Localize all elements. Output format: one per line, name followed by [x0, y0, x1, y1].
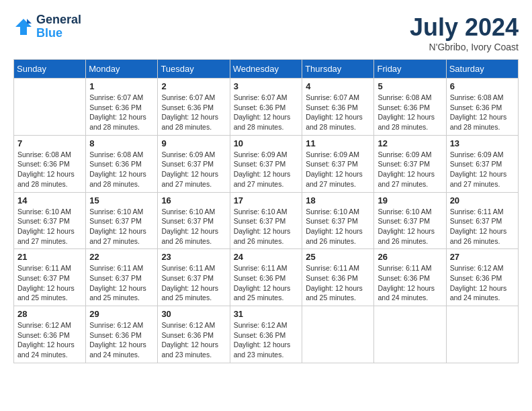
day-info: Sunrise: 6:08 AM Sunset: 6:36 PM Dayligh… — [89, 150, 154, 189]
calendar-cell: 7Sunrise: 6:08 AM Sunset: 6:36 PM Daylig… — [14, 135, 86, 192]
day-info: Sunrise: 6:09 AM Sunset: 6:37 PM Dayligh… — [378, 150, 442, 189]
day-number: 16 — [161, 195, 226, 205]
calendar-header-thursday: Thursday — [302, 60, 374, 79]
day-info: Sunrise: 6:07 AM Sunset: 6:36 PM Dayligh… — [89, 93, 154, 132]
calendar-header-friday: Friday — [374, 60, 446, 79]
day-info: Sunrise: 6:10 AM Sunset: 6:37 PM Dayligh… — [17, 207, 82, 246]
calendar-cell: 26Sunrise: 6:11 AM Sunset: 6:36 PM Dayli… — [374, 249, 446, 306]
day-info: Sunrise: 6:08 AM Sunset: 6:36 PM Dayligh… — [17, 150, 82, 189]
day-number: 26 — [378, 252, 442, 262]
week-row-5: 28Sunrise: 6:12 AM Sunset: 6:36 PM Dayli… — [14, 306, 519, 363]
day-number: 3 — [234, 81, 299, 91]
calendar-cell — [302, 306, 374, 363]
day-info: Sunrise: 6:10 AM Sunset: 6:37 PM Dayligh… — [161, 207, 226, 246]
day-info: Sunrise: 6:09 AM Sunset: 6:37 PM Dayligh… — [161, 150, 226, 189]
day-number: 21 — [17, 252, 82, 262]
day-info: Sunrise: 6:08 AM Sunset: 6:36 PM Dayligh… — [378, 93, 442, 132]
day-info: Sunrise: 6:07 AM Sunset: 6:36 PM Dayligh… — [161, 93, 226, 132]
calendar-cell: 11Sunrise: 6:09 AM Sunset: 6:37 PM Dayli… — [302, 135, 374, 192]
calendar-cell: 19Sunrise: 6:10 AM Sunset: 6:37 PM Dayli… — [374, 192, 446, 249]
calendar-cell: 9Sunrise: 6:09 AM Sunset: 6:37 PM Daylig… — [158, 135, 230, 192]
day-info: Sunrise: 6:10 AM Sunset: 6:37 PM Dayligh… — [306, 207, 370, 246]
day-info: Sunrise: 6:09 AM Sunset: 6:37 PM Dayligh… — [450, 150, 515, 189]
calendar-cell: 20Sunrise: 6:11 AM Sunset: 6:37 PM Dayli… — [446, 192, 518, 249]
day-number: 15 — [89, 195, 154, 205]
day-number: 30 — [161, 309, 226, 319]
page-header: General Blue July 2024 N'Gbribo, Ivory C… — [13, 13, 519, 52]
calendar-cell: 29Sunrise: 6:12 AM Sunset: 6:36 PM Dayli… — [86, 306, 158, 363]
day-info: Sunrise: 6:11 AM Sunset: 6:36 PM Dayligh… — [378, 263, 442, 303]
day-number: 5 — [378, 81, 442, 91]
day-number: 4 — [306, 81, 370, 91]
calendar-cell: 1Sunrise: 6:07 AM Sunset: 6:36 PM Daylig… — [86, 79, 158, 136]
calendar-cell: 5Sunrise: 6:08 AM Sunset: 6:36 PM Daylig… — [374, 79, 446, 136]
calendar-body: 1Sunrise: 6:07 AM Sunset: 6:36 PM Daylig… — [14, 79, 519, 363]
day-number: 27 — [450, 252, 515, 262]
calendar-header-saturday: Saturday — [446, 60, 518, 79]
day-info: Sunrise: 6:11 AM Sunset: 6:37 PM Dayligh… — [17, 263, 82, 303]
day-number: 25 — [306, 252, 370, 262]
day-number: 19 — [378, 195, 442, 205]
calendar-header-monday: Monday — [86, 60, 158, 79]
calendar-table: SundayMondayTuesdayWednesdayThursdayFrid… — [13, 59, 519, 363]
calendar-cell — [14, 79, 86, 136]
svg-marker-1 — [27, 19, 32, 24]
week-row-2: 7Sunrise: 6:08 AM Sunset: 6:36 PM Daylig… — [14, 135, 519, 192]
day-number: 17 — [234, 195, 299, 205]
day-info: Sunrise: 6:09 AM Sunset: 6:37 PM Dayligh… — [306, 150, 370, 189]
day-number: 2 — [161, 81, 226, 91]
logo: General Blue — [13, 13, 81, 40]
calendar-cell: 2Sunrise: 6:07 AM Sunset: 6:36 PM Daylig… — [158, 79, 230, 136]
calendar-cell: 14Sunrise: 6:10 AM Sunset: 6:37 PM Dayli… — [14, 192, 86, 249]
day-info: Sunrise: 6:11 AM Sunset: 6:36 PM Dayligh… — [234, 263, 299, 303]
day-number: 29 — [89, 309, 154, 319]
calendar-header-sunday: Sunday — [14, 60, 86, 79]
calendar-cell: 23Sunrise: 6:11 AM Sunset: 6:37 PM Dayli… — [158, 249, 230, 306]
week-row-4: 21Sunrise: 6:11 AM Sunset: 6:37 PM Dayli… — [14, 249, 519, 306]
logo-text: General Blue — [36, 13, 81, 40]
day-info: Sunrise: 6:07 AM Sunset: 6:36 PM Dayligh… — [306, 93, 370, 132]
day-info: Sunrise: 6:11 AM Sunset: 6:37 PM Dayligh… — [89, 263, 154, 303]
day-number: 7 — [17, 138, 82, 148]
day-number: 13 — [450, 138, 515, 148]
calendar-cell: 22Sunrise: 6:11 AM Sunset: 6:37 PM Dayli… — [86, 249, 158, 306]
calendar-cell: 13Sunrise: 6:09 AM Sunset: 6:37 PM Dayli… — [446, 135, 518, 192]
calendar-header-wednesday: Wednesday — [230, 60, 302, 79]
calendar-header-row: SundayMondayTuesdayWednesdayThursdayFrid… — [14, 60, 519, 79]
calendar-cell: 18Sunrise: 6:10 AM Sunset: 6:37 PM Dayli… — [302, 192, 374, 249]
day-number: 23 — [161, 252, 226, 262]
day-info: Sunrise: 6:12 AM Sunset: 6:36 PM Dayligh… — [89, 320, 154, 360]
day-info: Sunrise: 6:11 AM Sunset: 6:37 PM Dayligh… — [450, 207, 515, 246]
week-row-3: 14Sunrise: 6:10 AM Sunset: 6:37 PM Dayli… — [14, 192, 519, 249]
day-info: Sunrise: 6:09 AM Sunset: 6:37 PM Dayligh… — [234, 150, 299, 189]
logo-icon — [13, 17, 34, 37]
day-number: 6 — [450, 81, 515, 91]
day-info: Sunrise: 6:12 AM Sunset: 6:36 PM Dayligh… — [450, 263, 515, 303]
calendar-cell: 30Sunrise: 6:12 AM Sunset: 6:36 PM Dayli… — [158, 306, 230, 363]
day-info: Sunrise: 6:10 AM Sunset: 6:37 PM Dayligh… — [234, 207, 299, 246]
calendar-cell: 31Sunrise: 6:12 AM Sunset: 6:36 PM Dayli… — [230, 306, 302, 363]
calendar-cell — [446, 306, 518, 363]
calendar-header-tuesday: Tuesday — [158, 60, 230, 79]
title-block: July 2024 N'Gbribo, Ivory Coast — [410, 13, 519, 52]
location-label: N'Gbribo, Ivory Coast — [410, 42, 519, 52]
day-info: Sunrise: 6:11 AM Sunset: 6:36 PM Dayligh… — [306, 263, 370, 303]
day-number: 31 — [234, 309, 299, 319]
day-info: Sunrise: 6:11 AM Sunset: 6:37 PM Dayligh… — [161, 263, 226, 303]
day-info: Sunrise: 6:12 AM Sunset: 6:36 PM Dayligh… — [234, 320, 299, 360]
day-info: Sunrise: 6:12 AM Sunset: 6:36 PM Dayligh… — [161, 320, 226, 360]
calendar-cell: 12Sunrise: 6:09 AM Sunset: 6:37 PM Dayli… — [374, 135, 446, 192]
day-number: 14 — [17, 195, 82, 205]
calendar-cell: 8Sunrise: 6:08 AM Sunset: 6:36 PM Daylig… — [86, 135, 158, 192]
week-row-1: 1Sunrise: 6:07 AM Sunset: 6:36 PM Daylig… — [14, 79, 519, 136]
calendar-cell: 17Sunrise: 6:10 AM Sunset: 6:37 PM Dayli… — [230, 192, 302, 249]
logo-blue-label: Blue — [36, 27, 81, 40]
day-number: 10 — [234, 138, 299, 148]
calendar-cell: 10Sunrise: 6:09 AM Sunset: 6:37 PM Dayli… — [230, 135, 302, 192]
calendar-cell: 24Sunrise: 6:11 AM Sunset: 6:36 PM Dayli… — [230, 249, 302, 306]
day-number: 24 — [234, 252, 299, 262]
day-number: 28 — [17, 309, 82, 319]
day-number: 9 — [161, 138, 226, 148]
calendar-cell: 4Sunrise: 6:07 AM Sunset: 6:36 PM Daylig… — [302, 79, 374, 136]
day-info: Sunrise: 6:07 AM Sunset: 6:36 PM Dayligh… — [234, 93, 299, 132]
